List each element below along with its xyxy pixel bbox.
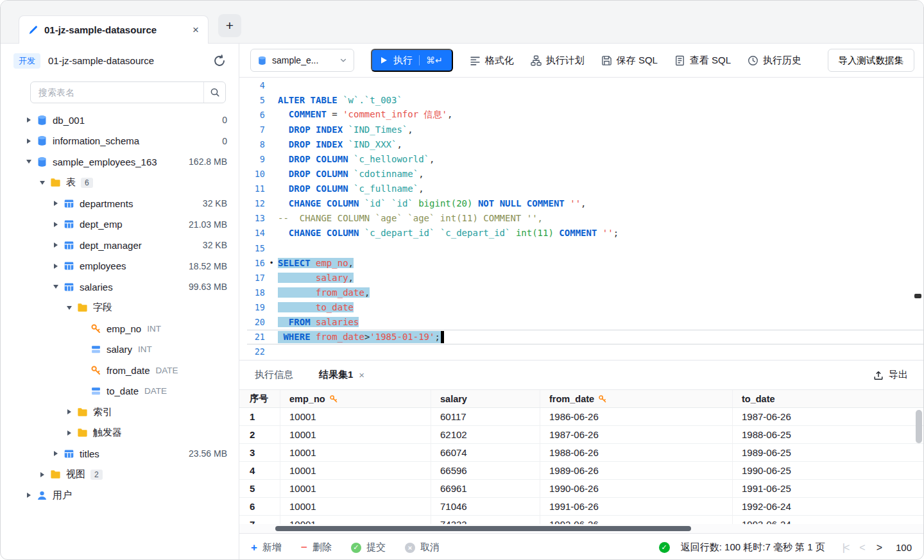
format-button[interactable]: 格式化 [470,55,514,67]
chevron-down-icon[interactable] [49,285,62,289]
cell[interactable]: 1989-06-26 [540,462,733,479]
table-row[interactable]: 210001621021987-06-261988-06-25 [239,426,923,444]
row-number[interactable]: 4 [239,462,280,479]
cell[interactable]: 1987-06-26 [733,408,923,425]
code-line-8[interactable]: 8 DROP INDEX `IND_XXX`, [247,137,923,151]
cell[interactable]: 60117 [431,408,540,425]
cell[interactable]: 1986-06-26 [540,408,733,425]
code-line-13[interactable]: 13-- CHANGE COLUMN `age` `age` int(11) C… [247,211,923,226]
tree-item-departments[interactable]: departments32 KB [1,193,239,214]
new-tab-button[interactable]: + [218,14,241,37]
code-line-10[interactable]: 10 DROP COLUMN `cdotinname`, [247,167,923,182]
code-line-6[interactable]: 6 COMMENT = 'comment_infor 信息', [247,107,923,122]
row-number[interactable]: 2 [239,426,280,443]
chevron-right-icon[interactable] [22,493,35,498]
column-header-emp_no[interactable]: emp_no [280,390,431,407]
cell[interactable]: 10001 [280,426,431,443]
row-number[interactable]: 6 [239,498,280,515]
chevron-down-icon[interactable] [36,181,49,185]
code-line-20[interactable]: 20 FROM salaries [247,315,923,330]
table-row[interactable]: 610001710461991-06-261992-06-24 [239,498,923,516]
cell[interactable]: 1987-06-26 [540,426,733,443]
explain-plan-button[interactable]: 执行计划 [531,55,585,67]
tree-item-视图[interactable]: 视图2 [1,464,239,486]
tree-item-titles[interactable]: titles23.56 MB [1,443,239,464]
vertical-scrollbar-thumb[interactable] [916,410,922,443]
tree-item-salary[interactable]: salaryINT [1,339,239,361]
table-row[interactable]: 410001665961989-06-261990-06-25 [239,462,923,480]
chevron-right-icon[interactable] [36,472,49,477]
tree-item-索引[interactable]: 索引 [1,402,239,423]
table-row[interactable]: 510001669611990-06-261991-06-25 [239,480,923,498]
code-line-21[interactable]: 21 WHERE from_date>'1985-01-19'; [247,330,923,344]
tree-item-from_date[interactable]: from_dateDATE [1,360,239,381]
chevron-right-icon[interactable] [49,201,62,206]
cell[interactable]: 71046 [431,498,540,515]
chevron-right-icon[interactable] [49,264,62,269]
cell[interactable]: 74333 [431,516,540,524]
first-page-button[interactable]: |< [843,542,849,554]
result-tab-close-icon[interactable]: × [359,369,364,380]
tree-item-表[interactable]: 表6 [1,173,239,194]
column-header-序号[interactable]: 序号 [239,390,280,407]
cell[interactable]: 66961 [431,480,540,497]
cell[interactable]: 66074 [431,444,540,461]
cell[interactable]: 1988-06-25 [733,426,923,443]
editor-scrollbar-thumb[interactable] [914,294,921,298]
tree-item-dept_manager[interactable]: dept_manager32 KB [1,235,239,256]
code-line-7[interactable]: 7 DROP INDEX `IND_Times`, [247,122,923,137]
cell[interactable]: 10001 [280,444,431,461]
chevron-right-icon[interactable] [63,430,76,436]
history-button[interactable]: 执行历史 [748,55,801,67]
table-row[interactable]: 710001743331992-06-261993-06-24 [239,516,923,524]
tree-item-emp_no[interactable]: emp_noINT [1,318,239,339]
cell[interactable]: 62102 [431,426,540,443]
tree-item-to_date[interactable]: to_dateDATE [1,381,239,402]
cell[interactable]: 10001 [280,408,431,425]
tab-datasource[interactable]: 01-jz-sample-datasource × [19,15,209,44]
tab-result-set-1[interactable]: 结果集1 × [319,369,364,381]
tree-item-sample_employees_163[interactable]: sample_employees_163162.8 MB [1,151,239,173]
chevron-right-icon[interactable] [49,222,62,227]
table-row[interactable]: 310001660741988-06-261989-06-25 [239,444,923,462]
cell[interactable]: 10001 [280,498,431,515]
cancel-button[interactable]: × 取消 [405,541,440,554]
import-dataset-button[interactable]: 导入测试数据集 [828,49,915,72]
row-number[interactable]: 7 [239,516,280,524]
run-button[interactable]: 执行 ⌘↵ [371,49,453,72]
cell[interactable]: 1990-06-25 [733,462,923,479]
code-line-5[interactable]: 5ALTER TABLE `w`.`t_003` [247,92,923,107]
column-header-to_date[interactable]: to_date [733,390,923,407]
horizontal-scrollbar-thumb[interactable] [275,526,691,531]
column-header-from_date[interactable]: from_date [540,390,733,407]
search-input[interactable] [31,87,203,98]
chevron-right-icon[interactable] [49,242,62,248]
view-sql-button[interactable]: 查看 SQL [674,55,731,67]
cell[interactable]: 1989-06-25 [733,444,923,461]
next-page-button[interactable]: > [877,542,882,554]
tree-item-用户[interactable]: 用户 [1,485,239,506]
prev-page-button[interactable]: < [859,542,865,554]
table-row[interactable]: 110001601171986-06-261987-06-26 [239,408,923,426]
search-icon[interactable] [203,82,225,103]
tree-item-触发器[interactable]: 触发器 [1,423,239,444]
tab-exec-info[interactable]: 执行信息 [255,369,293,381]
row-number[interactable]: 1 [239,408,280,425]
tree-item-db_001[interactable]: db_0010 [1,110,239,131]
cell[interactable]: 10001 [280,516,431,524]
page-size-value[interactable]: 100 [896,542,912,553]
code-line-16[interactable]: 16•SELECT emp_no, [247,255,923,270]
code-line-15[interactable]: 15 [247,241,923,255]
export-button[interactable]: 导出 [873,369,908,381]
code-line-19[interactable]: 19 to_date [247,300,923,314]
cell[interactable]: 1988-06-26 [540,444,733,461]
cell[interactable]: 1991-06-25 [733,480,923,497]
cell[interactable]: 1991-06-26 [540,498,733,515]
cell[interactable]: 1992-06-24 [733,498,923,515]
tree-item-salaries[interactable]: salaries99.63 MB [1,276,239,298]
tree-item-字段[interactable]: 字段 [1,298,239,319]
cell[interactable]: 10001 [280,462,431,479]
add-row-button[interactable]: + 新增 [251,541,282,554]
cell[interactable]: 1992-06-26 [540,516,733,524]
chevron-right-icon[interactable] [49,451,62,456]
